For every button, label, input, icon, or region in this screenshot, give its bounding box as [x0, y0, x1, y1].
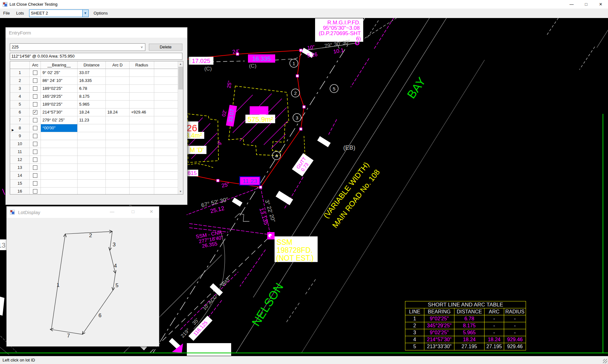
- distance-cell[interactable]: 18.24: [78, 108, 106, 116]
- chevron-down-icon[interactable]: ▼: [82, 10, 88, 17]
- arc-checkbox-cell[interactable]: [30, 164, 41, 171]
- grid-row[interactable]: 19° 02' 25"33.07: [10, 69, 183, 77]
- arc-checkbox-cell[interactable]: [30, 172, 41, 179]
- bearing-cell[interactable]: [41, 132, 78, 140]
- arcd-cell[interactable]: [106, 101, 130, 108]
- row-header[interactable]: 16: [10, 188, 30, 194]
- arc-checkbox-cell[interactable]: [30, 132, 41, 140]
- arc-checkbox[interactable]: [33, 71, 37, 75]
- row-header[interactable]: 13: [10, 164, 30, 171]
- grid-row[interactable]: 14: [10, 172, 183, 180]
- radius-cell[interactable]: [130, 124, 154, 132]
- bearing-cell[interactable]: 165°29'25": [41, 93, 78, 100]
- grid-column-header[interactable]: Arc: [30, 61, 41, 69]
- grid-row[interactable]: 8▶°00'00": [10, 124, 183, 132]
- lot-display-titlebar[interactable]: LotDisplay — □ ✕: [7, 207, 159, 218]
- distance-cell[interactable]: [78, 180, 106, 187]
- bearing-cell[interactable]: 189°02'25": [41, 101, 78, 108]
- grid-row[interactable]: 5189°02'25"5.965: [10, 101, 183, 108]
- arcd-cell[interactable]: [106, 180, 130, 187]
- arc-checkbox-cell[interactable]: [30, 93, 41, 100]
- arc-checkbox-cell[interactable]: [30, 156, 41, 163]
- bearing-cell[interactable]: 9° 02' 25": [41, 69, 78, 77]
- bearing-cell[interactable]: [41, 188, 78, 194]
- grid-column-header[interactable]: __Bearing__: [41, 61, 78, 69]
- minimize-button[interactable]: —: [564, 0, 579, 9]
- row-header[interactable]: 4: [10, 93, 30, 100]
- grid-row[interactable]: 6✓214°57'30"18.2418.24+929.46: [10, 108, 183, 116]
- radius-cell[interactable]: +929.46: [130, 108, 154, 116]
- lot-display-window[interactable]: LotDisplay — □ ✕: [6, 206, 159, 347]
- arc-checkbox[interactable]: [33, 189, 37, 194]
- bearing-cell[interactable]: [41, 180, 78, 187]
- radius-cell[interactable]: [130, 101, 154, 108]
- menu-lots[interactable]: Lots: [13, 11, 27, 15]
- distance-cell[interactable]: 16.335: [78, 77, 106, 84]
- arcd-cell[interactable]: [106, 148, 130, 156]
- distance-cell[interactable]: [78, 172, 106, 179]
- grid-row[interactable]: 11: [10, 148, 183, 156]
- distance-cell[interactable]: [78, 156, 106, 163]
- radius-cell[interactable]: [130, 164, 154, 171]
- arcd-cell[interactable]: [106, 69, 130, 77]
- grid-column-header[interactable]: [10, 61, 30, 69]
- bearing-cell[interactable]: 86° 24' 10": [41, 77, 78, 84]
- arc-checkbox-cell[interactable]: [30, 69, 41, 77]
- close-button[interactable]: ✕: [146, 209, 157, 214]
- bearing-distance-grid[interactable]: Arc__Bearing__DistanceArc DRadius 19° 02…: [10, 61, 183, 194]
- arcd-cell[interactable]: [106, 188, 130, 194]
- radius-cell[interactable]: [130, 180, 154, 187]
- grid-row[interactable]: 12: [10, 156, 183, 164]
- arc-checkbox[interactable]: [33, 181, 37, 186]
- arcd-cell[interactable]: [106, 124, 130, 132]
- distance-cell[interactable]: 6.78: [78, 85, 106, 92]
- grid-row[interactable]: 7279° 02' 25"11.23: [10, 116, 183, 124]
- radius-cell[interactable]: [130, 156, 154, 163]
- radius-cell[interactable]: [130, 93, 154, 100]
- scroll-thumb[interactable]: [178, 67, 183, 89]
- menu-file[interactable]: File: [0, 11, 13, 15]
- scroll-up-arrow[interactable]: ▲: [178, 61, 183, 67]
- grid-row[interactable]: 16: [10, 188, 183, 194]
- radius-cell[interactable]: [130, 172, 154, 179]
- distance-cell[interactable]: [78, 132, 106, 140]
- distance-cell[interactable]: 8.175: [78, 93, 106, 100]
- grid-row[interactable]: 3189°02'25"6.78: [10, 85, 183, 93]
- distance-cell[interactable]: [78, 148, 106, 156]
- grid-row[interactable]: 4165°29'25"8.175: [10, 93, 183, 101]
- radius-cell[interactable]: [130, 148, 154, 156]
- minimize-button[interactable]: —: [106, 209, 118, 214]
- row-header[interactable]: 11: [10, 148, 30, 156]
- arcd-cell[interactable]: [106, 116, 130, 124]
- maximize-button[interactable]: □: [579, 0, 593, 9]
- chevron-down-icon[interactable]: ˅: [141, 44, 143, 51]
- arc-checkbox-cell[interactable]: [30, 85, 41, 92]
- arc-checkbox[interactable]: [33, 86, 37, 91]
- grid-row[interactable]: 13: [10, 164, 183, 172]
- radius-cell[interactable]: [130, 132, 154, 140]
- bearing-cell[interactable]: [41, 148, 78, 156]
- arcd-cell[interactable]: [106, 85, 130, 92]
- row-header[interactable]: 12: [10, 156, 30, 163]
- scroll-down-arrow[interactable]: ▼: [178, 189, 183, 194]
- bearing-cell[interactable]: [41, 140, 78, 148]
- grid-row[interactable]: 10: [10, 140, 183, 148]
- arcd-cell[interactable]: [106, 164, 130, 171]
- row-header[interactable]: 8▶: [10, 124, 30, 132]
- distance-cell[interactable]: 33.07: [78, 69, 106, 77]
- grid-vertical-scrollbar[interactable]: ▲ ▼: [178, 61, 183, 194]
- row-header[interactable]: 3: [10, 85, 30, 92]
- arcd-cell[interactable]: [106, 172, 130, 179]
- radius-cell[interactable]: [130, 69, 154, 77]
- arc-checkbox-cell[interactable]: [30, 140, 41, 148]
- arc-checkbox[interactable]: [33, 142, 37, 146]
- maximize-button[interactable]: □: [127, 209, 139, 214]
- resize-grip[interactable]: [603, 359, 607, 363]
- row-header[interactable]: 2: [10, 77, 30, 84]
- radius-cell[interactable]: [130, 188, 154, 194]
- arc-checkbox[interactable]: [33, 165, 37, 170]
- arc-checkbox-cell[interactable]: [30, 101, 41, 108]
- row-header[interactable]: 15: [10, 180, 30, 187]
- arc-checkbox[interactable]: [33, 102, 37, 107]
- arc-checkbox[interactable]: [33, 157, 37, 162]
